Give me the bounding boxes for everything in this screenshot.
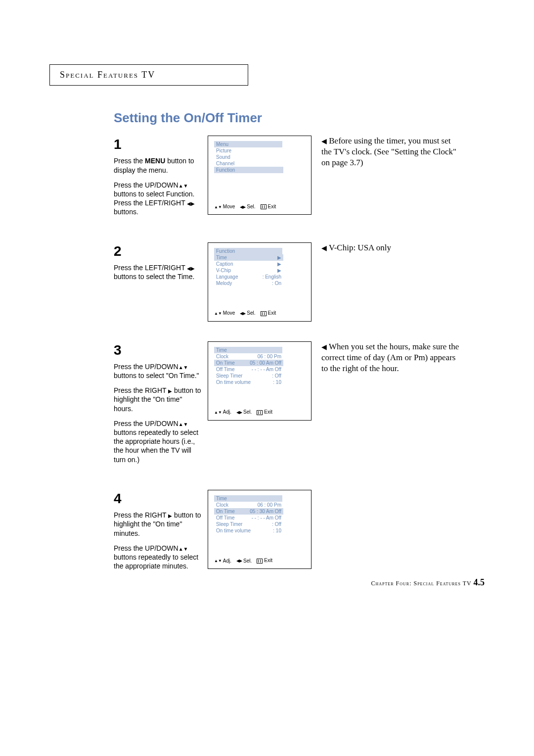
steps-container: 1Press the MENU button to display the me…	[114, 136, 485, 576]
osd-menu-item: Language: English	[214, 274, 283, 280]
step-instruction: Press the LEFT/RIGHT ◀▶ buttons to selec…	[114, 263, 203, 281]
osd-screen: TimeClock06 : 00 PmOn Time05 : 30 Am Off…	[208, 490, 312, 569]
osd-screen: FunctionTime▶Caption▶V-Chip▶Language: En…	[208, 242, 312, 322]
osd-footer-item: ◀▶Sel.	[240, 310, 255, 316]
step-number: 3	[114, 341, 203, 359]
osd-menu-item: On Time05 : 30 Am Off	[214, 508, 283, 515]
step-number: 4	[114, 490, 203, 508]
osd-title: Time	[214, 347, 282, 353]
step-instruction: Press the UP/DOWN▲▼ buttons repeatedly t…	[114, 544, 203, 571]
step: 1Press the MENU button to display the me…	[114, 136, 485, 223]
step-body: 1Press the MENU button to display the me…	[114, 136, 203, 223]
osd-footer-item: ◀▶Sel.	[236, 558, 252, 564]
step: 3Press the UP/DOWN▲▼ buttons to select "…	[114, 341, 485, 470]
osd-menu-item: On Time05 : 00 Am Off	[214, 360, 283, 366]
osd-menu-item: Melody: On	[214, 280, 283, 286]
page-footer: Chapter Four: Special Features TV 4.5	[371, 577, 485, 588]
step: 4Press the RIGHT ▶ button to highlight t…	[114, 490, 485, 577]
note-arrow-icon: ◀	[321, 138, 327, 145]
step: 2Press the LEFT/RIGHT ◀▶ buttons to sele…	[114, 242, 485, 322]
osd-menu-item: Picture	[214, 147, 283, 154]
osd-footer: ▲▼Move◀▶Sel.Exit	[214, 204, 276, 209]
osd-menu-item: Clock06 : 00 Pm	[214, 502, 283, 508]
osd-menu-item: Time▶	[214, 254, 283, 261]
step-body: 3Press the UP/DOWN▲▼ buttons to select "…	[114, 341, 203, 470]
step-note: ◀ When you set the hours, make sure the …	[321, 341, 460, 470]
osd-footer-item: ◀▶Sel.	[236, 409, 252, 415]
step-instruction: Press the UP/DOWN▲▼ buttons to select "O…	[114, 362, 203, 380]
note-arrow-icon: ◀	[321, 343, 327, 351]
page: Special Features TV Setting the On/Off T…	[0, 0, 534, 756]
page-title: Setting the On/Off Timer	[114, 110, 485, 126]
step-instruction: Press the UP/DOWN▲▼ buttons repeatedly t…	[114, 419, 203, 464]
step-instruction: Press the UP/DOWN▲▼ buttons to select Fu…	[114, 181, 203, 217]
osd-menu-item: Channel	[214, 160, 283, 167]
osd-footer-item: ▲▼Move	[214, 310, 235, 316]
osd-menu-item: Off Time- - : - - Am Off	[214, 366, 283, 373]
osd-menu-item: Sleep Timer: Off	[214, 373, 283, 379]
osd-footer: ▲▼Move◀▶Sel.Exit	[214, 310, 276, 316]
osd-menu-item: Off Time- - : - - Am Off	[214, 515, 283, 521]
osd-title: Time	[214, 495, 282, 502]
osd-menu-item: Sound	[214, 154, 283, 160]
step-note	[321, 490, 460, 577]
step-instruction: Press the RIGHT ▶ button to highlight th…	[114, 386, 203, 413]
footer-chapter: Chapter Four: Special Features TV	[371, 580, 471, 587]
step-instruction: Press the RIGHT ▶ button to highlight th…	[114, 511, 203, 538]
step-number: 1	[114, 136, 203, 153]
osd-footer-item: ▲▼Adj.	[214, 558, 231, 564]
osd-menu-item: On time volume: 10	[214, 527, 283, 534]
osd-menu-item: Caption▶	[214, 261, 283, 267]
footer-page-number: 4.5	[474, 577, 485, 587]
step-instruction: Press the MENU button to display the men…	[114, 156, 203, 174]
osd-footer: ▲▼Adj.◀▶Sel.Exit	[214, 558, 272, 563]
osd-footer: ▲▼Adj.◀▶Sel.Exit	[214, 409, 272, 415]
osd-footer-item: Exit	[257, 558, 272, 563]
osd-menu-item: V-Chip▶	[214, 267, 283, 274]
osd-footer-item: Exit	[261, 204, 276, 209]
osd-menu-item: Function	[214, 167, 283, 173]
osd-menu-item: On time volume: 10	[214, 379, 283, 385]
step-note: ◀ V-Chip: USA only	[321, 242, 460, 322]
osd-screen: TimeClock06 : 00 PmOn Time05 : 00 Am Off…	[208, 341, 312, 421]
osd-footer-item: ▲▼Adj.	[214, 409, 231, 415]
section-header: Special Features TV	[49, 64, 248, 86]
osd-menu-item: Sleep Timer: Off	[214, 521, 283, 527]
step-number: 2	[114, 242, 203, 260]
osd-screen: MenuPictureSoundChannelFunction▲▼Move◀▶S…	[208, 136, 312, 215]
osd-footer-item: Exit	[261, 310, 276, 316]
note-arrow-icon: ◀	[321, 244, 327, 252]
step-body: 2Press the LEFT/RIGHT ◀▶ buttons to sele…	[114, 242, 203, 322]
osd-footer-item: ◀▶Sel.	[240, 204, 255, 209]
osd-title: Menu	[214, 141, 282, 147]
osd-footer-item: Exit	[257, 409, 272, 415]
step-note: ◀ Before using the timer, you must set t…	[321, 136, 460, 223]
osd-footer-item: ▲▼Move	[214, 204, 235, 209]
osd-menu-item: Clock06 : 00 Pm	[214, 353, 283, 360]
step-body: 4Press the RIGHT ▶ button to highlight t…	[114, 490, 203, 577]
osd-title: Function	[214, 248, 282, 254]
